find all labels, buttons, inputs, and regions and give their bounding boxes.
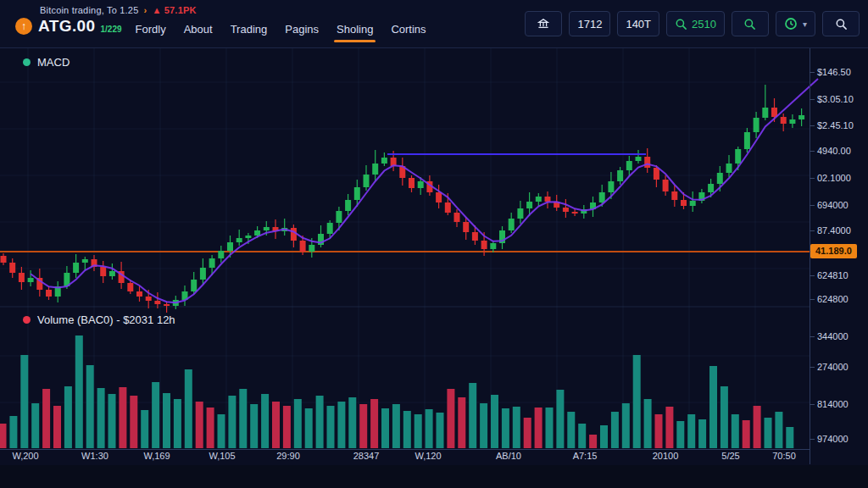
- macd-indicator-label[interactable]: MACD: [23, 56, 70, 69]
- chevron-down-icon: ▾: [803, 19, 807, 29]
- time-axis-label: 70:50: [772, 451, 796, 461]
- macd-dot-icon: [23, 58, 31, 66]
- macd-label-text: MACD: [37, 56, 70, 69]
- price-axis-label: $3.05.10: [817, 94, 854, 104]
- search-2510-button[interactable]: 2510: [666, 11, 725, 36]
- ticker-change: ▲ 57.1PK: [152, 5, 196, 15]
- button-label: 140T: [626, 18, 651, 30]
- nav-item-cortins[interactable]: Cortins: [391, 23, 426, 36]
- time-axis-label: AB/10: [496, 451, 521, 461]
- price-axis-label: 814000: [817, 399, 849, 409]
- main-nav: FordlyAboutTradingPaginsSholingCortins: [136, 23, 426, 36]
- value-1712-button[interactable]: 1712: [569, 11, 610, 36]
- value-140t-button[interactable]: 140T: [617, 11, 659, 36]
- bottom-strip: [0, 465, 868, 488]
- price-axis-label: 4940.00: [817, 146, 851, 156]
- logo-glyph: ↑: [21, 20, 26, 32]
- topbar-actions: 1712140T2510▾: [525, 11, 860, 36]
- volume-label-text: Volume (BAC0) - $2031 12h: [37, 313, 175, 326]
- time-axis-label: W,169: [143, 451, 170, 461]
- search-icon: [675, 18, 687, 30]
- nav-item-pagins[interactable]: Pagins: [285, 23, 319, 36]
- button-label: 2510: [692, 18, 716, 30]
- candles-series: [1, 85, 805, 313]
- time-axis-label: W,105: [209, 451, 235, 461]
- volume-dot-icon: [23, 316, 31, 324]
- nav-item-about[interactable]: About: [184, 23, 213, 36]
- bank-icon: [537, 17, 550, 30]
- price-axis-label: $2.45.10: [817, 120, 854, 130]
- search-green-button[interactable]: [732, 11, 769, 36]
- price-axis-label: $146.50: [817, 67, 851, 77]
- time-axis-label: 20100: [653, 451, 679, 461]
- price-axis-label: 694000: [817, 200, 849, 210]
- price-axis-label: 624810: [817, 270, 849, 280]
- logo-icon[interactable]: ↑: [15, 18, 32, 35]
- time-axis-label: A7:15: [573, 451, 598, 461]
- search-icon: [743, 18, 756, 30]
- price-axis-label: 274000: [817, 362, 849, 372]
- trading-app: Bitcoin trading, To 1.25›▲ 57.1PK ↑ ATG.…: [0, 0, 868, 488]
- time-axis-label: 5/25: [721, 451, 739, 461]
- time-axis-label: 29:90: [276, 451, 300, 461]
- price-axis-label: 974000: [817, 434, 849, 444]
- search-button[interactable]: [822, 11, 860, 36]
- volume-series: [0, 336, 793, 448]
- search-icon: [835, 18, 848, 30]
- price-chart[interactable]: [0, 0, 868, 488]
- price-axis-label: 344000: [817, 331, 849, 341]
- portfolio-button[interactable]: [525, 11, 562, 36]
- nav-item-fordly[interactable]: Fordly: [136, 23, 166, 36]
- topbar: Bitcoin trading, To 1.25›▲ 57.1PK ↑ ATG.…: [0, 0, 868, 48]
- ticker-text: Bitcoin trading, To 1.25: [40, 5, 139, 15]
- price-axis-label: 624800: [817, 294, 849, 304]
- nav-item-sholing[interactable]: Sholing: [337, 23, 373, 36]
- symbol-title: ATG.00: [38, 17, 96, 36]
- time-axis-label: W,120: [415, 451, 441, 461]
- brand-row: ↑ ATG.00 1/229 FordlyAboutTradingPaginsS…: [15, 17, 426, 36]
- last-price-tag: 41.189.0: [810, 244, 857, 258]
- breadcrumb-arrow-icon: ›: [144, 5, 147, 15]
- time-axis-label: W,200: [12, 451, 38, 461]
- time-axis-label: 28347: [353, 451, 380, 461]
- timeframe-button[interactable]: ▾: [776, 11, 815, 36]
- symbol-change-badge: 1/229: [101, 25, 122, 34]
- price-axis-label: 87.4000: [817, 225, 851, 236]
- time-axis-label: W1:30: [81, 451, 108, 461]
- nav-item-trading[interactable]: Trading: [231, 23, 268, 36]
- price-axis-label: 02.1000: [817, 173, 851, 183]
- volume-indicator-label[interactable]: Volume (BAC0) - $2031 12h: [23, 313, 175, 326]
- button-label: 1712: [577, 18, 602, 30]
- ticker-row: Bitcoin trading, To 1.25›▲ 57.1PK: [40, 5, 197, 15]
- clock-icon: [784, 17, 798, 30]
